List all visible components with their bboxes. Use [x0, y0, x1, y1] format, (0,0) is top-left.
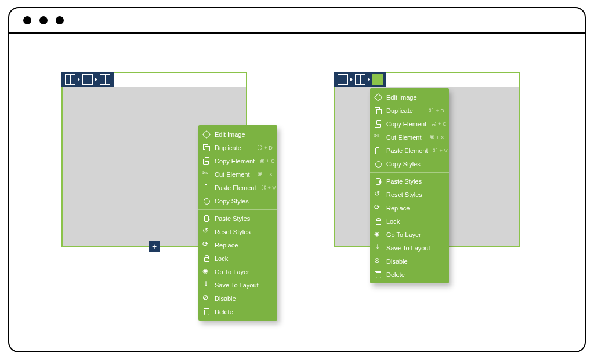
delete-icon: [203, 308, 210, 315]
editor-canvas: + Edit ImageDuplicate⌘ + DCopy Element⌘ …: [9, 34, 585, 351]
copy-styles-icon: [375, 161, 382, 168]
menu-item-paste-element[interactable]: Paste Element⌘ + V: [370, 144, 449, 157]
menu-item-shortcut: ⌘ + V: [261, 185, 276, 191]
menu-item-reset-styles[interactable]: Reset Styles: [198, 225, 277, 238]
menu-item-cut-element[interactable]: Cut Element⌘ + X: [198, 168, 277, 181]
menu-item-label: Replace: [215, 242, 273, 249]
menu-item-label: Paste Styles: [386, 178, 444, 185]
menu-item-copy-styles[interactable]: Copy Styles: [198, 194, 277, 208]
paste-element-icon: [203, 184, 210, 191]
window-dot: [39, 16, 48, 24]
paste-element-icon: [375, 147, 382, 154]
disable-icon: [203, 295, 210, 302]
reset-styles-icon: [203, 228, 210, 235]
menu-separator: [370, 172, 449, 173]
menu-item-label: Save To Layout: [386, 245, 444, 252]
lock-icon: [375, 218, 382, 225]
copy-element-icon: [203, 158, 210, 165]
menu-item-label: Lock: [386, 218, 444, 225]
copy-element-icon: [375, 121, 382, 128]
menu-item-label: Disable: [386, 258, 444, 265]
menu-item-label: Edit Image: [386, 94, 444, 101]
menu-item-delete[interactable]: Delete: [198, 305, 277, 318]
menu-item-shortcut: ⌘ + D: [257, 145, 273, 151]
window-titlebar: [9, 8, 585, 34]
breadcrumb-section-icon[interactable]: [65, 74, 75, 85]
paste-styles-icon: [203, 215, 210, 222]
menu-item-label: Duplicate: [386, 107, 424, 114]
menu-item-paste-styles[interactable]: Paste Styles: [370, 174, 449, 188]
menu-item-duplicate[interactable]: Duplicate⌘ + D: [370, 104, 449, 117]
menu-item-label: Delete: [215, 308, 273, 315]
menu-item-lock[interactable]: Lock: [198, 252, 277, 265]
menu-item-save-to-layout[interactable]: Save To Layout: [198, 278, 277, 292]
edit-image-icon: [375, 94, 382, 101]
go-to-layer-icon: [203, 268, 210, 275]
menu-item-label: Replace: [386, 205, 444, 212]
menu-item-label: Copy Element: [386, 121, 426, 128]
menu-item-label: Go To Layer: [386, 231, 444, 238]
cut-element-icon: [375, 134, 382, 141]
menu-item-disable[interactable]: Disable: [198, 292, 277, 305]
menu-item-paste-element[interactable]: Paste Element⌘ + V: [198, 181, 277, 194]
menu-item-label: Paste Element: [386, 147, 428, 154]
menu-item-edit-image[interactable]: Edit Image: [198, 128, 277, 141]
paste-styles-icon: [375, 178, 382, 185]
menu-item-go-to-layer[interactable]: Go To Layer: [198, 265, 277, 278]
menu-item-reset-styles[interactable]: Reset Styles: [370, 188, 449, 201]
menu-item-replace[interactable]: Replace: [370, 201, 449, 214]
menu-item-replace[interactable]: Replace: [198, 238, 277, 252]
save-to-layout-icon: [375, 245, 382, 252]
menu-item-go-to-layer[interactable]: Go To Layer: [370, 228, 449, 241]
menu-item-save-to-layout[interactable]: Save To Layout: [370, 241, 449, 254]
disable-icon: [375, 258, 382, 265]
menu-item-label: Copy Element: [215, 158, 255, 165]
context-menu: Edit ImageDuplicate⌘ + DCopy Element⌘ + …: [370, 88, 449, 283]
window-dot: [56, 16, 64, 24]
add-element-button[interactable]: +: [149, 241, 160, 252]
menu-item-disable[interactable]: Disable: [370, 254, 449, 268]
breadcrumb-column-icon[interactable]: [100, 74, 110, 85]
menu-item-label: Paste Element: [215, 184, 256, 191]
breadcrumb-section-icon[interactable]: [338, 74, 348, 85]
context-menu: Edit ImageDuplicate⌘ + DCopy Element⌘ + …: [198, 125, 277, 321]
menu-item-label: Paste Styles: [215, 215, 273, 222]
menu-item-label: Edit Image: [215, 131, 273, 138]
menu-item-label: Disable: [215, 295, 273, 302]
menu-item-duplicate[interactable]: Duplicate⌘ + D: [198, 141, 277, 154]
save-to-layout-icon: [203, 282, 210, 289]
duplicate-icon: [203, 144, 210, 151]
breadcrumb: [61, 72, 114, 87]
menu-item-copy-element[interactable]: Copy Element⌘ + C: [198, 154, 277, 168]
replace-icon: [375, 205, 382, 212]
menu-item-label: Go To Layer: [215, 268, 273, 275]
menu-item-edit-image[interactable]: Edit Image: [370, 90, 449, 104]
replace-icon: [203, 242, 210, 249]
chevron-right-icon: [95, 78, 97, 81]
breadcrumb: [334, 72, 386, 87]
delete-icon: [375, 271, 382, 278]
edit-image-icon: [203, 131, 210, 138]
menu-item-cut-element[interactable]: Cut Element⌘ + X: [370, 130, 449, 144]
menu-item-lock[interactable]: Lock: [370, 214, 449, 228]
menu-item-label: Duplicate: [215, 144, 252, 151]
menu-item-label: Reset Styles: [386, 191, 444, 198]
menu-item-label: Delete: [386, 271, 444, 278]
lock-icon: [203, 255, 210, 262]
breadcrumb-row-icon[interactable]: [355, 74, 365, 85]
breadcrumb-column-icon[interactable]: [372, 74, 383, 85]
go-to-layer-icon: [375, 231, 382, 238]
menu-item-label: Cut Element: [386, 134, 425, 141]
menu-item-shortcut: ⌘ + C: [259, 158, 275, 164]
cut-element-icon: [203, 171, 210, 178]
menu-separator: [198, 209, 277, 210]
breadcrumb-row-icon[interactable]: [82, 74, 93, 85]
menu-item-paste-styles[interactable]: Paste Styles: [198, 212, 277, 225]
menu-item-label: Copy Styles: [215, 198, 273, 205]
menu-item-shortcut: ⌘ + C: [431, 121, 447, 127]
menu-item-label: Reset Styles: [215, 228, 273, 235]
menu-item-copy-styles[interactable]: Copy Styles: [370, 157, 449, 170]
menu-item-delete[interactable]: Delete: [370, 268, 449, 281]
menu-item-copy-element[interactable]: Copy Element⌘ + C: [370, 117, 449, 130]
menu-item-shortcut: ⌘ + D: [429, 108, 444, 114]
